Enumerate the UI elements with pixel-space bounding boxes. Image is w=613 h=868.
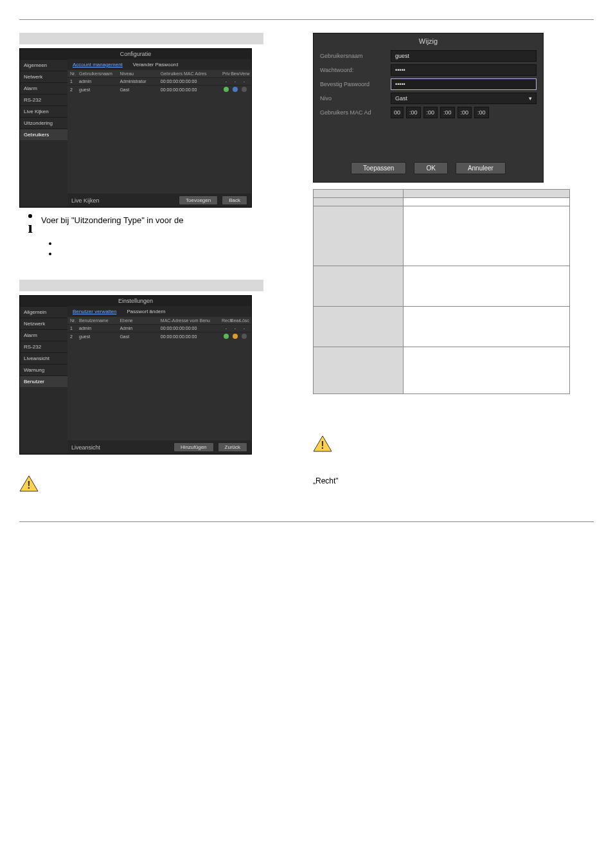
sidebar-item-liveansicht[interactable]: Liveansicht — [20, 352, 67, 364]
ref-cell — [403, 198, 569, 206]
add-button[interactable]: Hinzufügen — [173, 442, 213, 452]
edit-icon: - — [231, 326, 240, 330]
apply-button[interactable]: Toepassen — [351, 162, 406, 174]
reference-table — [313, 189, 570, 394]
chevron-down-icon: ▾ — [529, 95, 532, 102]
tab-verander-paswoord[interactable]: Verander Paswoord — [128, 59, 183, 70]
ref-cell — [314, 307, 404, 347]
config-panel-nl: Configuratie Algemeen Netwerk Alarm RS-2… — [19, 48, 252, 208]
dialog-title: Wijzig — [314, 33, 543, 49]
field-label: Wachtwoord: — [320, 67, 391, 73]
ref-cell — [403, 266, 569, 307]
ref-cell — [403, 307, 569, 347]
field-label: Gebruikersnaam — [320, 53, 391, 59]
sidebar-item-netwerk[interactable]: Netwerk — [20, 71, 67, 82]
edit-icon[interactable] — [233, 334, 238, 339]
delete-icon: - — [240, 326, 249, 330]
cancel-button[interactable]: Annuleer — [456, 162, 506, 174]
field-label: Nivo — [320, 95, 391, 102]
sidebar-item-alarm[interactable]: Alarm — [20, 329, 67, 341]
ref-cell — [314, 206, 404, 266]
delete-icon: - — [240, 79, 249, 84]
table-row[interactable]: 1 admin Administrator 00:00:00:00:00:00 … — [67, 77, 251, 85]
priv-icon: - — [222, 79, 231, 84]
ok-button[interactable]: OK — [414, 162, 447, 174]
ref-cell — [314, 198, 404, 206]
delete-icon[interactable] — [242, 87, 247, 92]
priv-icon[interactable] — [224, 87, 229, 92]
ref-cell — [403, 190, 569, 198]
section-heading-bar — [19, 33, 263, 44]
svg-text:!: ! — [27, 480, 30, 491]
recht-label: „Recht" — [313, 476, 594, 487]
ref-cell — [314, 266, 404, 307]
confirm-password-field[interactable]: ••••• — [391, 78, 537, 90]
sidebar-item-rs232[interactable]: RS-232 — [20, 94, 67, 105]
panel-title: Configuratie — [20, 49, 251, 59]
sidebar-item-alarm[interactable]: Alarm — [20, 82, 67, 94]
add-button[interactable]: Toevoegen — [179, 195, 218, 205]
user-table-header: Nr. Benutzername Ebene MAC-Adresse vom B… — [67, 317, 251, 324]
edit-user-dialog: Wijzig Gebruikersnaam guest Wachtwoord: … — [313, 33, 544, 183]
page-footer — [19, 521, 594, 526]
warning-icon: ! — [313, 435, 332, 452]
back-button[interactable]: Back — [222, 195, 247, 205]
sidebar-item-livekijken[interactable]: Live Kijken — [20, 105, 67, 117]
edit-icon: - — [231, 79, 240, 84]
sidebar-item-algemeen[interactable]: Algemeen — [20, 59, 67, 71]
ref-cell — [314, 190, 404, 198]
footer-label[interactable]: Liveansicht — [71, 444, 100, 451]
bullet-item — [58, 249, 300, 259]
sidebar-item-uitzondering[interactable]: Uitzondering — [20, 117, 67, 129]
ref-cell — [314, 347, 404, 394]
sidebar-item-netzwerk[interactable]: Netzwerk — [20, 318, 67, 329]
back-button[interactable]: Zurück — [218, 442, 247, 452]
tab-account-management[interactable]: Account management — [67, 59, 128, 70]
warning-icon: ! — [19, 475, 39, 492]
table-row[interactable]: 2 guest Gast 00:00:00:00:00:00 — [67, 332, 251, 341]
sidebar-item-gebruikers[interactable]: Gebruikers — [20, 129, 67, 140]
password-field[interactable]: ••••• — [391, 64, 537, 76]
config-panel-de: Einstellungen Allgemein Netzwerk Alarm R… — [19, 295, 252, 455]
delete-icon[interactable] — [242, 334, 247, 339]
section-heading-bar — [19, 280, 263, 291]
tab-benutzer-verwalten[interactable]: Benutzer verwalten — [67, 306, 121, 317]
table-row[interactable]: 2 guest Gast 00:00:00:00:00:00 — [67, 85, 251, 94]
user-table-header: Nr. Gebruikersnaam Niveau Gebruikers MAC… — [67, 70, 251, 77]
bullet-item — [58, 239, 300, 249]
ref-cell — [403, 347, 569, 394]
level-select[interactable]: Gast▾ — [391, 93, 537, 104]
info-text: Voer bij "Uitzondering Type" in voor de — [41, 214, 300, 236]
field-label: Gebruikers MAC Ad — [320, 109, 391, 116]
sidebar-item-allgemein[interactable]: Allgemein — [20, 306, 67, 318]
table-row[interactable]: 1 admin Admin 00:00:00:00:00:00 - - - — [67, 324, 251, 332]
sidebar-item-rs232[interactable]: RS-232 — [20, 341, 67, 352]
tab-passwort-aendern[interactable]: Passwort ändern — [121, 306, 170, 317]
priv-icon: - — [222, 326, 231, 330]
priv-icon[interactable] — [224, 334, 229, 339]
footer-label[interactable]: Live Kijken — [71, 197, 100, 204]
panel-title: Einstellungen — [20, 296, 251, 306]
svg-text:!: ! — [321, 440, 324, 451]
sidebar-item-warnung[interactable]: Warnung — [20, 364, 67, 375]
field-label: Bevestig Paswoord — [320, 81, 391, 87]
mac-address-field[interactable]: 00 :00 :00 :00 :00 :00 — [391, 107, 489, 118]
ref-cell — [403, 206, 569, 266]
panel-sidebar: Algemeen Netwerk Alarm RS-232 Live Kijke… — [20, 59, 67, 207]
username-field[interactable]: guest — [391, 50, 537, 62]
edit-icon[interactable] — [233, 87, 238, 92]
sidebar-item-benutzer[interactable]: Benutzer — [20, 375, 67, 387]
info-icon: ı — [19, 214, 41, 236]
